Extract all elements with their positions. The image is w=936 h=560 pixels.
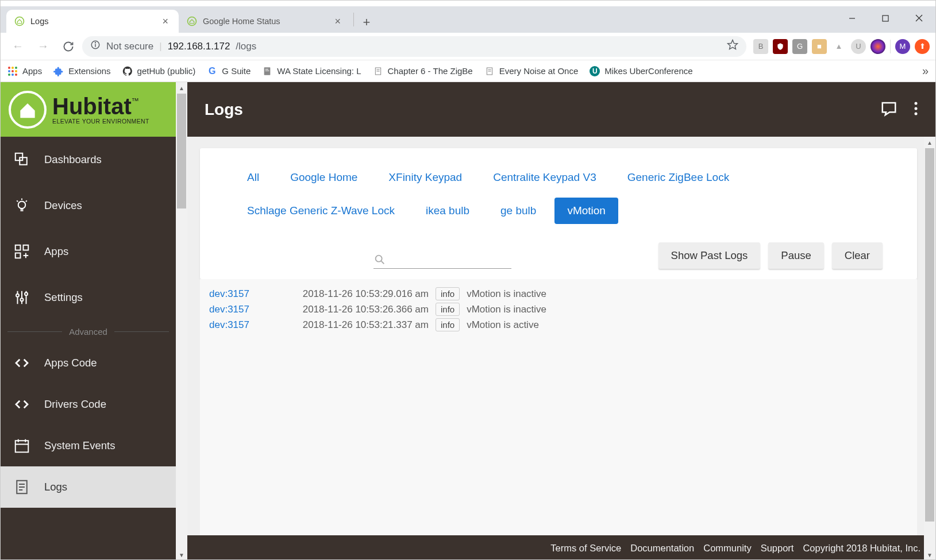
scroll-up-icon[interactable]: ▲	[924, 137, 935, 148]
log-device-link[interactable]: dev:3157	[209, 319, 278, 331]
extension-icon[interactable]: B	[753, 39, 768, 54]
extension-icon[interactable]: ■	[812, 39, 827, 54]
sidebar-item-apps[interactable]: Apps	[1, 229, 176, 275]
bookmark-item[interactable]: U Mikes UberConference	[590, 66, 692, 76]
svg-point-44	[21, 298, 24, 301]
scroll-thumb[interactable]	[177, 94, 186, 208]
search-input[interactable]	[373, 251, 511, 269]
chat-icon[interactable]	[880, 100, 898, 119]
svg-point-0	[16, 17, 24, 26]
svg-point-8	[95, 43, 96, 43]
tab-close-icon[interactable]: ×	[160, 16, 171, 28]
browser-tab-bar: Logs × Google Home Status × +	[1, 6, 935, 33]
bookmark-overflow-button[interactable]: »	[922, 64, 929, 78]
log-device-link[interactable]: dev:3157	[209, 304, 278, 315]
show-past-logs-button[interactable]: Show Past Logs	[658, 242, 761, 269]
new-tab-button[interactable]: +	[356, 12, 377, 33]
bookmark-bar: Apps Extensions getHub (public) G G Suit…	[1, 60, 935, 82]
profile-avatar[interactable]: M	[895, 39, 910, 54]
filter-all[interactable]: All	[234, 164, 272, 191]
browser-tab[interactable]: Google Home Status ×	[179, 10, 351, 33]
nav-forward-button[interactable]: →	[32, 35, 55, 58]
filter-item[interactable]: Generic ZigBee Lock	[615, 164, 742, 191]
filter-item[interactable]: ge bulb	[488, 198, 549, 224]
sidebar-item-devices[interactable]: Devices	[1, 183, 176, 229]
scroll-down-icon[interactable]: ▼	[176, 549, 187, 560]
github-icon	[122, 66, 133, 76]
log-device-link[interactable]: dev:3157	[209, 288, 278, 300]
nav-back-button[interactable]: ←	[6, 35, 29, 58]
filter-item[interactable]: Google Home	[278, 164, 370, 191]
sidebar-item-drivers-code[interactable]: Drivers Code	[1, 384, 176, 425]
brand-name: Hubitat	[52, 95, 132, 118]
extension-icon[interactable]: G	[792, 39, 807, 54]
log-timestamp: 2018-11-26 10:53:21.337 am	[285, 319, 429, 331]
svg-line-33	[26, 200, 27, 202]
bookmark-item[interactable]: Extensions	[53, 66, 110, 76]
uber-icon: U	[590, 66, 600, 76]
bookmark-item[interactable]: Every Noise at Once	[484, 66, 579, 76]
more-menu-icon[interactable]	[914, 100, 918, 119]
google-icon: G	[207, 66, 217, 76]
footer-link[interactable]: Terms of Service	[550, 543, 621, 554]
filter-item[interactable]: Centralite Keypad V3	[480, 164, 609, 191]
extension-icon[interactable]: U	[851, 39, 866, 54]
clear-button[interactable]: Clear	[832, 242, 883, 269]
svg-point-61	[375, 256, 382, 262]
browser-tab-active[interactable]: Logs ×	[6, 10, 179, 33]
bookmark-item[interactable]: getHub (public)	[122, 66, 196, 76]
bookmark-item[interactable]: G G Suite	[207, 66, 251, 76]
filter-item-active[interactable]: vMotion	[554, 198, 618, 224]
filter-item[interactable]: Schlage Generic Z-Wave Lock	[234, 198, 407, 224]
sidebar-scrollbar[interactable]: ▲ ▼	[176, 82, 187, 560]
drive-icon[interactable]: ▲	[831, 39, 846, 54]
address-field[interactable]: Not secure | 192.168.1.172/logs	[82, 36, 746, 57]
page-title: Logs	[205, 101, 243, 119]
scroll-thumb[interactable]	[925, 148, 934, 522]
log-list: dev:3157 2018-11-26 10:53:29.016 am info…	[200, 279, 917, 535]
ublock-icon[interactable]	[773, 39, 788, 54]
log-row: dev:3157 2018-11-26 10:53:26.366 am info…	[209, 302, 908, 317]
svg-point-14	[11, 70, 14, 72]
sidebar-item-apps-code[interactable]: Apps Code	[1, 342, 176, 384]
content-scrollbar[interactable]: ▲ ▼	[924, 137, 935, 560]
pause-button[interactable]: Pause	[768, 242, 823, 269]
extension-icon[interactable]	[870, 39, 885, 54]
log-level-badge: info	[436, 303, 460, 316]
tab-close-icon[interactable]: ×	[332, 16, 343, 28]
nav-reload-button[interactable]	[57, 35, 80, 58]
bookmark-item[interactable]: Chapter 6 - The ZigBe	[373, 66, 473, 76]
extension-icon[interactable]: ⬆	[915, 39, 930, 54]
filter-item[interactable]: XFinity Keypad	[376, 164, 475, 191]
footer-link[interactable]: Community	[703, 543, 751, 554]
filter-item[interactable]: ikea bulb	[413, 198, 482, 224]
sidebar-item-dashboards[interactable]: Dashboards	[1, 137, 176, 183]
bookmark-apps[interactable]: Apps	[7, 66, 42, 76]
svg-rect-37	[24, 245, 29, 250]
svg-point-18	[15, 74, 17, 76]
window-close-button[interactable]	[902, 6, 935, 30]
footer-link[interactable]: Support	[761, 543, 794, 554]
window-maximize-button[interactable]	[869, 6, 902, 30]
svg-point-60	[915, 112, 918, 115]
log-timestamp: 2018-11-26 10:53:26.366 am	[285, 304, 429, 315]
svg-line-62	[382, 261, 384, 264]
window-minimize-button[interactable]	[835, 6, 869, 30]
footer-link[interactable]: Documentation	[630, 543, 694, 554]
svg-point-11	[11, 67, 14, 69]
scroll-down-icon[interactable]: ▼	[924, 549, 935, 560]
apps-icon	[12, 242, 32, 261]
document-icon	[12, 477, 32, 497]
search-icon	[373, 253, 386, 266]
svg-point-15	[15, 70, 17, 72]
scroll-up-icon[interactable]: ▲	[176, 82, 187, 94]
star-icon[interactable]	[727, 39, 738, 53]
sidebar-item-system-events[interactable]: System Events	[1, 425, 176, 466]
sidebar-item-settings[interactable]: Settings	[1, 275, 176, 320]
bookmark-item[interactable]: WA State Licensing: L	[262, 66, 361, 76]
sidebar-item-logs[interactable]: Logs	[1, 466, 176, 508]
hubitat-logo-icon	[9, 91, 47, 129]
svg-point-58	[915, 102, 918, 105]
brand-logo[interactable]: Hubitat ™ ELEVATE YOUR ENVIRONMENT	[1, 82, 176, 137]
footer: Terms of Service Documentation Community…	[187, 535, 935, 560]
